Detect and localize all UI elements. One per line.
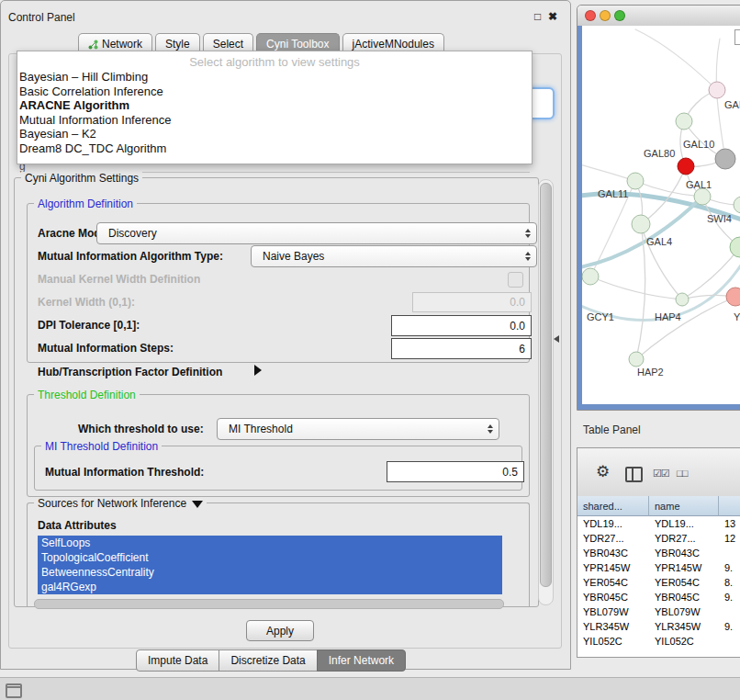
cell: YBR045C [577,590,649,604]
network-node[interactable] [629,352,644,367]
sources-group-title[interactable]: Sources for Network Inference [34,497,207,510]
cell [719,546,740,560]
mi-steps-label: Mutual Information Steps: [38,342,174,355]
network-node[interactable] [678,158,694,175]
column-header-2[interactable] [719,496,740,516]
network-window-titlebar[interactable] [577,6,740,27]
network-node[interactable] [632,215,650,233]
network-node[interactable] [694,188,711,205]
mi-steps-field[interactable]: 6 [391,338,532,359]
node-label-gal4: GAL4 [646,236,672,247]
network-node[interactable] [734,197,740,213]
table-row[interactable]: YER054CYER054C8. [577,575,740,590]
panel-splitter-arrow-icon[interactable] [554,335,559,343]
minimize-traffic-light[interactable] [600,10,611,21]
node-label-gcy1: GCY1 [587,311,614,322]
network-node[interactable] [676,293,689,306]
close-window-icon[interactable]: ✖ [548,10,557,23]
table-row[interactable]: YIL052CYIL052C [577,634,740,649]
hub-section-label[interactable]: Hub/Transcription Factor Definition [38,366,222,378]
bottom-tab-bar: Impute DataDiscretize DataInfer Network [137,649,406,672]
columns-icon[interactable] [625,467,643,482]
panel-dock-icon[interactable] [6,683,22,698]
cell: 12 [719,531,740,546]
table-row[interactable]: YPR145WYPR145W9. [577,560,740,575]
network-node[interactable] [676,113,692,130]
cell [719,634,740,649]
canvas-corner-widget[interactable] [734,29,740,45]
close-traffic-light[interactable] [585,10,596,21]
cell: YLR345W [649,619,719,634]
kernel-width-value: 0.0 [510,296,525,309]
table-row[interactable]: YBR043CYBR043C [577,546,740,560]
deselect-all-checkboxes-icon[interactable]: □□ [677,468,687,479]
algorithm-option-basic-correlation-inference[interactable]: Basic Correlation Inference [17,85,532,99]
table-row[interactable]: YLR345WYLR345W9. [577,619,740,634]
network-canvas[interactable]: GALGAL80GAL10GAL11GAL1SWI4GAL4GCY1HAP4YH… [577,26,740,410]
threshold-definition-title: Threshold Definition [34,389,140,401]
cell [719,604,740,619]
network-node[interactable] [715,149,735,169]
cell: YDR27... [649,531,719,546]
list-item-betweennesscentrality[interactable]: BetweennessCentrality [38,565,502,580]
cell: YDL19... [577,516,649,531]
aracne-mode-select[interactable]: Discovery [96,222,537,244]
network-view-window: GALGAL80GAL10GAL11GAL1SWI4GAL4GCY1HAP4YH… [577,5,740,411]
which-threshold-select[interactable]: MI Threshold [217,418,499,440]
manual-kernel-checkbox[interactable] [508,272,523,288]
algorithm-option-aracne-algorithm[interactable]: ARACNE Algorithm [17,98,532,113]
sources-title-text: Sources for Network Inference [38,497,186,510]
network-node[interactable] [582,268,599,285]
mi-threshold-field[interactable]: 0.5 [387,461,524,482]
table-panel-window: ⚙ ☑☑ □□ shared...name YDL19...YDL19...13… [577,447,740,658]
float-window-icon[interactable]: □ [534,10,541,23]
select-all-checkboxes-icon[interactable]: ☑☑ [653,468,669,480]
table-toolbar: ⚙ ☑☑ □□ [577,448,740,497]
list-item-gal4rgexp[interactable]: gal4RGexp [38,580,502,594]
algorithm-definition-title: Algorithm Definition [34,198,137,210]
node-label-y: Y [734,311,740,322]
mi-type-select[interactable]: Naive Bayes [251,245,537,267]
node-label-gal10: GAL10 [683,139,714,150]
data-attributes-list[interactable]: SelfLoopsTopologicalCoefficientBetweenne… [38,536,502,594]
node-label-gal: GAL [724,99,740,110]
zoom-traffic-light[interactable] [614,10,625,21]
network-node[interactable] [627,173,644,189]
table-row[interactable]: YBL079WYBL079W [577,604,740,619]
column-header-shared[interactable]: shared... [577,496,649,516]
table-header-row: shared...name [577,496,740,516]
cell: 8. [719,575,740,590]
table-row[interactable]: YDR27...YDR27...12 [577,531,740,546]
algorithm-option-mutual-information-inference[interactable]: Mutual Information Inference [17,113,532,128]
network-node[interactable] [726,288,740,306]
stepper-icon [521,225,534,242]
algorithm-option-bayesian-hill-climbing[interactable]: Bayesian – Hill Climbing [17,70,532,85]
bottom-tab-infer-network[interactable]: Infer Network [317,649,406,672]
dpi-tolerance-field[interactable]: 0.0 [391,315,532,336]
kernel-width-field[interactable]: 0.0 [412,292,532,312]
collapse-arrow-icon[interactable] [192,501,203,508]
bottom-tab-impute-data[interactable]: Impute Data [136,649,219,672]
data-attributes-label: Data Attributes [38,519,117,532]
network-node[interactable] [709,82,725,98]
list-item-selfloops[interactable]: SelfLoops [38,536,502,550]
table-row[interactable]: YBR045CYBR045C9. [577,590,740,604]
horizontal-scrollbar[interactable] [34,599,504,609]
table-row[interactable]: YDL19...YDL19...13 [577,516,740,531]
settings-scrollbar-track[interactable] [538,179,554,605]
which-threshold-label: Which threshold to use: [78,423,204,435]
bottom-tab-discretize-data[interactable]: Discretize Data [219,649,317,672]
network-icon [88,40,98,50]
apply-button[interactable]: Apply [246,620,314,641]
list-item-topologicalcoefficient[interactable]: TopologicalCoefficient [38,550,502,565]
algorithm-option-bayesian-k2[interactable]: Bayesian – K2 [17,127,532,141]
algorithm-option-dream8-dc-tdc-algorithm[interactable]: Dream8 DC_TDC Algorithm [17,141,532,156]
settings-scrollbar-thumb[interactable] [540,183,552,587]
expand-arrow-icon[interactable] [254,365,262,376]
mi-threshold-value: 0.5 [502,466,518,479]
cell: YIL052C [649,634,719,649]
cell: YBR045C [649,590,719,604]
gear-icon[interactable]: ⚙ [596,462,610,481]
node-label-hap4: HAP4 [655,311,681,322]
column-header-name[interactable]: name [649,496,719,516]
